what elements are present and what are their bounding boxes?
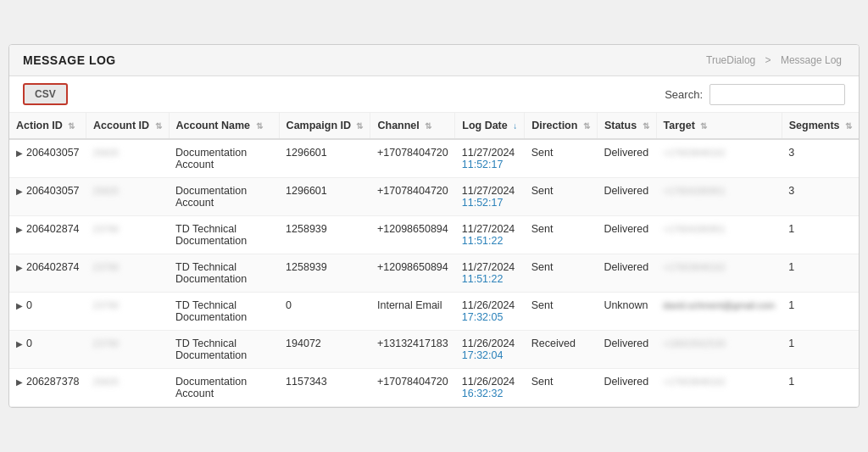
row-expand-icon[interactable]: ▶ xyxy=(16,339,23,349)
table-row[interactable]: ▶023790TD Technical Documentation0Intern… xyxy=(9,293,859,331)
search-area: Search: xyxy=(665,84,845,105)
col-action-id[interactable]: Action ID ⇅ xyxy=(9,113,86,139)
col-direction[interactable]: Direction ⇅ xyxy=(525,113,598,139)
cell-direction: Sent xyxy=(525,369,598,407)
cell-log-date: 11/27/202411:52:17 xyxy=(455,178,525,216)
sort-icon-account-name: ⇅ xyxy=(256,121,263,131)
cell-segments: 1 xyxy=(782,369,859,407)
cell-segments: 1 xyxy=(782,216,859,254)
table-row[interactable]: ▶20628737825825Documentation Account1157… xyxy=(9,369,859,407)
cell-target: +17604280951 xyxy=(656,216,782,254)
cell-account-id: 23790 xyxy=(86,216,169,254)
col-status[interactable]: Status ⇅ xyxy=(597,113,656,139)
col-account-name[interactable]: Account Name ⇅ xyxy=(169,113,279,139)
cell-channel: +12098650894 xyxy=(370,254,455,293)
sort-icon-action-id: ⇅ xyxy=(68,121,75,131)
cell-direction: Sent xyxy=(525,139,598,178)
cell-channel: +17078404720 xyxy=(370,139,455,178)
row-expand-icon[interactable]: ▶ xyxy=(16,301,23,310)
cell-account-id: 23790 xyxy=(86,293,169,331)
col-segments[interactable]: Segments ⇅ xyxy=(782,113,859,139)
cell-log-date: 11/26/202417:32:05 xyxy=(455,293,525,331)
cell-channel: +17078404720 xyxy=(370,178,455,216)
cell-channel: Internal Email xyxy=(370,293,455,331)
sort-icon-status: ⇅ xyxy=(643,121,649,131)
cell-target: +17604280951 xyxy=(656,178,782,216)
table-header-row: Action ID ⇅ Account ID ⇅ Account Name ⇅ … xyxy=(9,113,859,139)
cell-log-date: 11/27/202411:52:17 xyxy=(455,139,525,178)
cell-campaign-id: 1157343 xyxy=(279,369,370,407)
cell-target: +17603848162 xyxy=(656,139,782,178)
cell-direction: Sent xyxy=(525,216,598,254)
main-window: MESSAGE LOG TrueDialog > Message Log CSV… xyxy=(8,44,860,408)
cell-segments: 3 xyxy=(782,139,859,178)
page-title: MESSAGE LOG xyxy=(23,53,116,67)
cell-campaign-id: 1258939 xyxy=(279,216,370,254)
cell-status: Delivered xyxy=(597,369,656,407)
cell-account-id: 25825 xyxy=(86,178,169,216)
sort-icon-log-date: ↓ xyxy=(513,121,517,131)
cell-segments: 3 xyxy=(782,178,859,216)
row-expand-icon[interactable]: ▶ xyxy=(16,148,23,158)
cell-account-name: Documentation Account xyxy=(169,369,279,407)
cell-campaign-id: 1296601 xyxy=(279,178,370,216)
cell-direction: Received xyxy=(525,331,598,369)
table-row[interactable]: ▶023790TD Technical Documentation194072+… xyxy=(9,331,859,369)
sort-icon-account-id: ⇅ xyxy=(155,121,162,131)
cell-campaign-id: 0 xyxy=(279,293,370,331)
col-target[interactable]: Target ⇅ xyxy=(656,113,782,139)
cell-direction: Sent xyxy=(525,178,598,216)
sort-icon-target: ⇅ xyxy=(700,121,707,131)
cell-account-id: 25825 xyxy=(86,369,169,407)
message-log-table: Action ID ⇅ Account ID ⇅ Account Name ⇅ … xyxy=(9,113,859,407)
cell-segments: 1 xyxy=(782,293,859,331)
cell-account-name: Documentation Account xyxy=(169,178,279,216)
sort-icon-channel: ⇅ xyxy=(425,121,431,131)
col-channel[interactable]: Channel ⇅ xyxy=(370,113,455,139)
cell-log-date: 11/27/202411:51:22 xyxy=(455,216,525,254)
cell-action-id: ▶206287378 xyxy=(9,369,86,407)
sort-icon-segments: ⇅ xyxy=(845,121,852,131)
cell-log-date: 11/27/202411:51:22 xyxy=(455,254,525,293)
cell-channel: +17078404720 xyxy=(370,369,455,407)
row-expand-icon[interactable]: ▶ xyxy=(16,377,23,387)
table-row[interactable]: ▶20640305725825Documentation Account1296… xyxy=(9,139,859,178)
cell-status: Delivered xyxy=(597,216,656,254)
sort-icon-campaign-id: ⇅ xyxy=(356,121,363,131)
breadcrumb-separator: > xyxy=(765,54,771,66)
cell-account-id: 23790 xyxy=(86,254,169,293)
table-body: ▶20640305725825Documentation Account1296… xyxy=(9,139,859,407)
cell-account-name: TD Technical Documentation xyxy=(169,254,279,293)
search-input[interactable] xyxy=(709,84,845,105)
cell-direction: Sent xyxy=(525,254,598,293)
cell-action-id: ▶206403057 xyxy=(9,178,86,216)
cell-segments: 1 xyxy=(782,254,859,293)
cell-status: Delivered xyxy=(597,331,656,369)
col-log-date[interactable]: Log Date ↓ xyxy=(455,113,525,139)
csv-button[interactable]: CSV xyxy=(23,83,68,105)
sort-icon-direction: ⇅ xyxy=(583,121,590,131)
row-expand-icon[interactable]: ▶ xyxy=(16,263,23,272)
cell-campaign-id: 1296601 xyxy=(279,139,370,178)
cell-log-date: 11/26/202417:32:04 xyxy=(455,331,525,369)
cell-channel: +13132417183 xyxy=(370,331,455,369)
cell-target: +18603562530 xyxy=(656,331,782,369)
table-row[interactable]: ▶20640305725825Documentation Account1296… xyxy=(9,178,859,216)
row-expand-icon[interactable]: ▶ xyxy=(16,225,23,234)
cell-account-name: TD Technical Documentation xyxy=(169,293,279,331)
cell-target: +17603848162 xyxy=(656,369,782,407)
table-row[interactable]: ▶20640287423790TD Technical Documentatio… xyxy=(9,254,859,293)
col-campaign-id[interactable]: Campaign ID ⇅ xyxy=(279,113,370,139)
col-account-id[interactable]: Account ID ⇅ xyxy=(86,113,169,139)
cell-account-id: 25825 xyxy=(86,139,169,178)
row-expand-icon[interactable]: ▶ xyxy=(16,187,23,196)
cell-action-id: ▶0 xyxy=(9,293,86,331)
cell-action-id: ▶0 xyxy=(9,331,86,369)
cell-action-id: ▶206402874 xyxy=(9,216,86,254)
table-row[interactable]: ▶20640287423790TD Technical Documentatio… xyxy=(9,216,859,254)
cell-account-id: 23790 xyxy=(86,331,169,369)
breadcrumb-current: Message Log xyxy=(781,54,842,66)
cell-action-id: ▶206402874 xyxy=(9,254,86,293)
cell-target: david.schment@gmail.com xyxy=(656,293,782,331)
cell-status: Delivered xyxy=(597,178,656,216)
